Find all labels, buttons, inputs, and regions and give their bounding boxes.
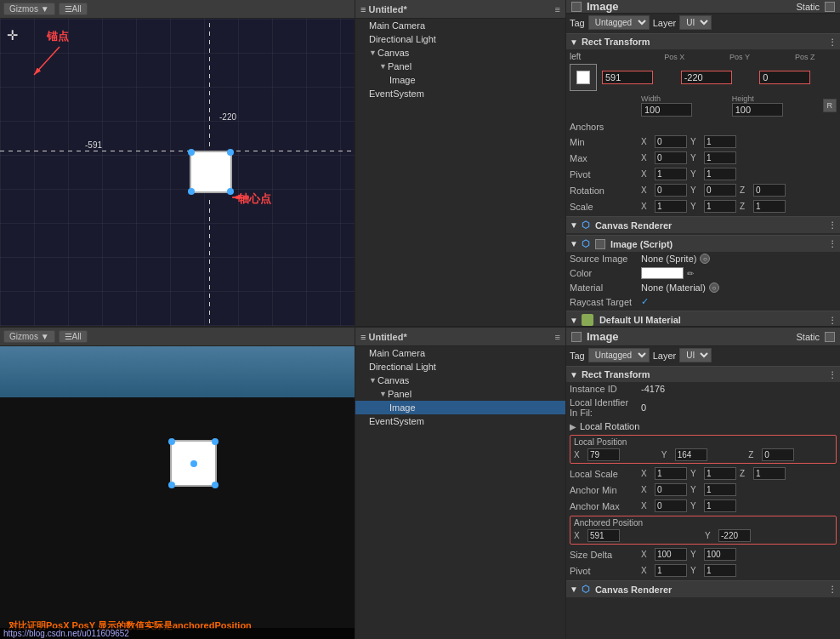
r-button[interactable]: R [823, 99, 837, 112]
hier-canvas-bot[interactable]: ▼ Canvas [355, 374, 565, 387]
hier-panel-bot[interactable]: ▼ Panel [355, 387, 565, 401]
local-position-label: Local Position [574, 437, 832, 447]
ls-x[interactable] [655, 467, 687, 480]
rect-transform-header-bottom[interactable]: ▼ Rect Transform ⋮ [566, 367, 840, 382]
ls-y-cell: Y [690, 467, 736, 480]
tag-dropdown-bottom[interactable]: Untagged [588, 348, 650, 362]
static-checkbox-top[interactable] [825, 2, 835, 12]
anchors-min-y[interactable] [704, 135, 736, 148]
pv-x-b[interactable] [655, 564, 687, 577]
cr-options-top[interactable]: ⋮ [828, 220, 837, 230]
sd-x-cell: X [641, 548, 687, 561]
source-image-btn[interactable]: ○ [700, 254, 710, 264]
scale-z[interactable] [753, 200, 786, 213]
posz-input-top[interactable] [759, 71, 810, 84]
ls-z[interactable] [753, 467, 786, 480]
is-checkbox-top[interactable] [595, 239, 605, 249]
cr-options-bottom[interactable]: ⋮ [828, 585, 837, 594]
rot-z[interactable] [753, 184, 786, 197]
all-button-bottom[interactable]: ☰All [59, 330, 88, 343]
amy-l: Y [690, 137, 702, 146]
am-y-b[interactable] [704, 483, 736, 496]
posy-input-top[interactable] [681, 71, 732, 84]
pivot-x-input[interactable] [655, 168, 687, 180]
sd-y[interactable] [704, 548, 736, 561]
hier-canvas-top[interactable]: ▼ Canvas [355, 46, 565, 60]
hier-panel-top[interactable]: ▼ Panel [355, 60, 565, 73]
scene-canvas-bottom: 对比证明PosX PosY 显示的数值实际是anchoredPosition h… [0, 346, 355, 639]
anchors-min-label: Min [570, 137, 638, 147]
is-collapse-top: ▼ [570, 239, 578, 248]
all-button-top[interactable]: ☰All [59, 3, 88, 15]
hier-image-top[interactable]: Image [355, 73, 565, 87]
axy-lb: Y [690, 501, 702, 511]
hier-eventsystem-top[interactable]: EventSystem [355, 87, 565, 100]
pen-icon[interactable]: ✏ [687, 269, 694, 278]
hier-main-camera-top[interactable]: Main Camera [355, 19, 565, 32]
lp-x[interactable] [587, 448, 620, 461]
pos-values-row [602, 71, 837, 84]
corner-dot-tl [188, 149, 195, 156]
height-input[interactable] [732, 103, 783, 117]
anchor-thumb-top[interactable] [570, 64, 597, 91]
hierarchy-collapse-top[interactable]: ≡ [555, 4, 560, 14]
lsz-l: Z [740, 469, 752, 478]
active-checkbox-bottom[interactable] [571, 332, 582, 342]
active-checkbox-top[interactable] [571, 2, 582, 12]
rt-options-bottom[interactable]: ⋮ [828, 370, 837, 379]
rt-options-top[interactable]: ⋮ [828, 37, 837, 47]
material-val: None (Material) [641, 282, 706, 293]
pv-y-b[interactable] [704, 564, 736, 577]
hierarchy-collapse-bottom[interactable]: ≡ [555, 332, 560, 342]
scale-y[interactable] [704, 200, 736, 213]
canvas-renderer-header-top[interactable]: ▼ ⬡ Canvas Renderer ⋮ [566, 217, 840, 233]
lsx-l: X [641, 469, 653, 478]
gizmos-button-top[interactable]: Gizmos ▼ [3, 3, 55, 15]
center-dot-b [190, 460, 197, 467]
default-ui-header[interactable]: ▼ Default UI Material ⋮ [566, 311, 840, 326]
material-btn[interactable]: ○ [709, 282, 719, 293]
rot-y[interactable] [704, 184, 736, 197]
layer-dropdown-top[interactable]: UI [679, 15, 712, 30]
du-options[interactable]: ⋮ [828, 316, 837, 325]
posx-input-top[interactable] [602, 71, 653, 84]
tag-dropdown-top[interactable]: Untagged [588, 15, 650, 30]
lp-y[interactable] [675, 448, 707, 461]
anchors-min-x[interactable] [655, 135, 687, 148]
ap-y[interactable] [718, 529, 751, 542]
ls-y[interactable] [704, 467, 736, 480]
rot-x[interactable] [655, 184, 687, 197]
raycast-check[interactable]: ✓ [641, 296, 649, 307]
layer-dropdown-bottom[interactable]: UI [679, 348, 712, 362]
ap-x[interactable] [587, 529, 620, 542]
hier-main-camera-bot[interactable]: Main Camera [355, 346, 565, 360]
gizmos-button-bottom[interactable]: Gizmos ▼ [3, 330, 55, 343]
ax-x-b[interactable] [655, 499, 687, 512]
hier-eventsystem-bot[interactable]: EventSystem [355, 414, 565, 428]
is-options-top[interactable]: ⋮ [828, 239, 837, 248]
ax-y-b[interactable] [704, 499, 736, 512]
pvx-lb: X [641, 566, 653, 575]
static-checkbox-bottom[interactable] [825, 332, 835, 342]
lp-z[interactable] [762, 448, 794, 461]
width-input[interactable] [641, 103, 692, 117]
anchored-position-values: X Y [574, 529, 832, 542]
hier-directional-light-bot[interactable]: Directional Light [355, 360, 565, 374]
rt-title-bottom: Rect Transform [582, 369, 650, 379]
image-script-header-top[interactable]: ▼ ⬡ Image (Script) ⋮ [566, 236, 840, 252]
scale-x[interactable] [655, 200, 687, 213]
hier-image-bot[interactable]: Image [355, 401, 565, 414]
hier-directional-light-bot-label: Directional Light [369, 362, 436, 372]
rect-transform-header-top[interactable]: ▼ Rect Transform ⋮ [566, 34, 840, 49]
corner-dot-tr [227, 149, 234, 156]
sd-x[interactable] [655, 548, 687, 561]
anchors-max-x[interactable] [655, 151, 687, 164]
hier-directional-light-top[interactable]: Directional Light [355, 32, 565, 46]
am-x-b[interactable] [655, 483, 687, 496]
pivot-y-input[interactable] [704, 168, 736, 180]
color-swatch[interactable] [641, 267, 684, 279]
hierarchy-panel-top: ≡ Untitled* ≡ Main Camera Directional Li… [355, 0, 566, 326]
source-image-label: Source Image [570, 254, 638, 264]
canvas-renderer-header-bottom[interactable]: ▼ ⬡ Canvas Renderer ⋮ [566, 581, 840, 597]
anchors-max-y[interactable] [704, 151, 736, 164]
